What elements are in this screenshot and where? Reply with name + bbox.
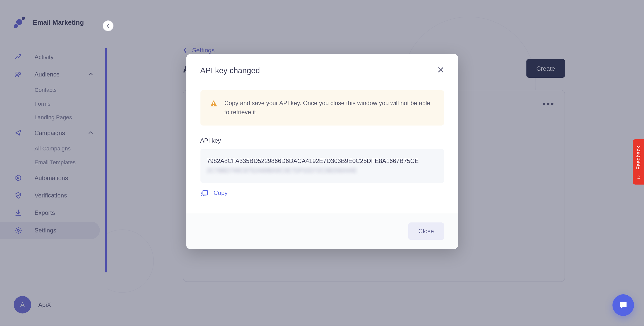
modal-footer: Close xyxy=(186,213,458,249)
close-button[interactable]: Close xyxy=(409,223,444,240)
warning-text: Copy and save your API key. Once you clo… xyxy=(224,99,435,117)
warning-icon xyxy=(209,99,218,108)
api-key-modal: API key changed Copy and save your API k… xyxy=(186,54,458,249)
modal-close-button[interactable] xyxy=(437,66,444,75)
modal-title: API key changed xyxy=(200,66,260,75)
copy-icon xyxy=(200,189,209,197)
api-key-visible: 7982A8CFA335BD5229866D6DACA4192E7D303B9E… xyxy=(207,157,419,164)
modal-body: Copy and save your API key. Once you clo… xyxy=(186,85,458,213)
api-key-label: API key xyxy=(200,137,444,144)
feedback-tab[interactable]: Feedback ☺ xyxy=(633,139,644,185)
copy-label: Copy xyxy=(214,190,228,196)
modal-overlay[interactable]: API key changed Copy and save your API k… xyxy=(0,0,644,326)
chat-icon xyxy=(618,300,628,310)
warning-alert: Copy and save your API key. Once you clo… xyxy=(200,90,444,126)
smiley-icon: ☺ xyxy=(635,174,641,180)
modal-header: API key changed xyxy=(186,54,458,85)
svg-rect-5 xyxy=(213,105,214,106)
feedback-label: Feedback xyxy=(635,146,641,170)
copy-button[interactable]: Copy xyxy=(200,189,228,197)
svg-rect-4 xyxy=(213,102,214,104)
svg-rect-6 xyxy=(203,190,207,195)
api-key-value: 7982A8CFA335BD5229866D6DACA4192E7D303B9E… xyxy=(200,149,444,183)
chat-launcher[interactable] xyxy=(612,294,634,316)
chevron-left-icon xyxy=(106,24,110,28)
collapse-sidebar-button[interactable] xyxy=(103,20,113,31)
close-icon xyxy=(437,66,444,73)
api-key-hidden: 2C78BD749C8752A89BA9C0E7DF02D72C0B206A44… xyxy=(207,167,357,174)
